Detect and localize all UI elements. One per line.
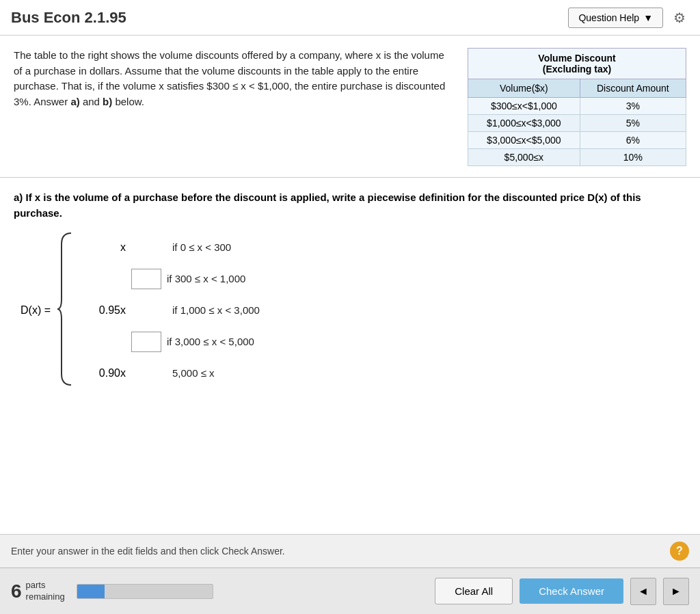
case-row: 0.95x if 1,000 ≤ x < 3,000: [85, 295, 260, 326]
case-condition: if 1,000 ≤ x < 3,000: [172, 304, 260, 316]
gear-icon[interactable]: ⚙: [670, 8, 689, 27]
page-title: Bus Econ 2.1.95: [11, 9, 126, 27]
case-row: if 3,000 ≤ x < 5,000: [85, 326, 260, 358]
question-label: a) If x is the volume of a purchase befo…: [14, 190, 686, 221]
case-condition: if 300 ≤ x < 1,000: [167, 273, 245, 284]
footer-bar: 6 partsremaining Clear All Check Answer …: [0, 568, 700, 614]
volume-cell: $5,000≤x: [468, 149, 580, 166]
case-condition: if 0 ≤ x < 300: [172, 241, 231, 253]
piecewise-container: D(x) = x if 0 ≤ x < 300 if 300 ≤ x < 1,0…: [21, 230, 686, 390]
volume-cell: $300≤x<$1,000: [468, 98, 580, 115]
volume-cell: $1,000≤x<$3,000: [468, 115, 580, 132]
table-col1-header: Volume($x): [468, 79, 580, 98]
question-help-button[interactable]: Question Help ▼: [568, 8, 663, 28]
parts-remaining: 6 partsremaining: [11, 580, 66, 603]
problem-section: The table to the right shows the volume …: [0, 36, 700, 178]
case-value: 0.95x: [85, 304, 126, 317]
table-col2-header: Discount Amount: [580, 79, 686, 98]
progress-bar: [77, 584, 213, 599]
footer-buttons: Clear All Check Answer ◄ ►: [435, 578, 689, 605]
discount-cell: 6%: [580, 132, 686, 149]
table-row: $5,000≤x10%: [468, 149, 686, 166]
next-button[interactable]: ►: [663, 578, 689, 605]
case-row: x if 0 ≤ x < 300: [85, 232, 260, 263]
case-value: [85, 336, 126, 348]
question-help-label: Question Help: [578, 12, 639, 23]
header-right: Question Help ▼ ⚙: [568, 8, 689, 28]
case-value: 0.90x: [85, 367, 126, 379]
discount-cell: 10%: [580, 149, 686, 166]
cases-rows: x if 0 ≤ x < 300 if 300 ≤ x < 1,000 0.95…: [85, 232, 260, 389]
case-condition: if 3,000 ≤ x < 5,000: [167, 336, 254, 347]
answer-section: a) If x is the volume of a purchase befo…: [0, 178, 700, 534]
dropdown-arrow-icon: ▼: [643, 12, 653, 23]
case-row: 0.90x 5,000 ≤ x: [85, 358, 260, 389]
case-value: x: [85, 241, 126, 254]
progress-bar-fill: [77, 585, 105, 598]
volume-discount-table-container: Volume Discount (Excluding tax) Volume($…: [468, 48, 686, 166]
case-input-1[interactable]: [131, 269, 161, 289]
case-value: [85, 273, 126, 285]
main-content: The table to the right shows the volume …: [0, 36, 700, 534]
parts-text: partsremaining: [26, 580, 65, 603]
case-input-3[interactable]: [131, 332, 161, 352]
header: Bus Econ 2.1.95 Question Help ▼ ⚙: [0, 0, 700, 36]
problem-text-content: The table to the right shows the volume …: [14, 49, 445, 107]
prev-button[interactable]: ◄: [630, 578, 656, 605]
discount-cell: 5%: [580, 115, 686, 132]
table-row: $300≤x<$1,0003%: [468, 98, 686, 115]
brace-container: [56, 230, 74, 390]
parts-number: 6: [11, 580, 22, 602]
check-answer-button[interactable]: Check Answer: [520, 578, 623, 604]
status-bar: Enter your answer in the edit fields and…: [0, 534, 700, 568]
status-text: Enter your answer in the edit fields and…: [11, 546, 285, 557]
discount-cell: 3%: [580, 98, 686, 115]
clear-all-button[interactable]: Clear All: [435, 578, 513, 604]
volume-discount-table: Volume Discount (Excluding tax) Volume($…: [468, 48, 686, 166]
dx-label: D(x) =: [21, 304, 51, 317]
help-button[interactable]: ?: [670, 542, 689, 561]
case-condition: 5,000 ≤ x: [172, 367, 215, 379]
problem-text: The table to the right shows the volume …: [14, 48, 451, 166]
table-title: Volume Discount (Excluding tax): [468, 49, 686, 79]
table-row: $1,000≤x<$3,0005%: [468, 115, 686, 132]
left-brace-icon: [56, 230, 74, 388]
case-row: if 300 ≤ x < 1,000: [85, 263, 260, 295]
volume-cell: $3,000≤x<$5,000: [468, 132, 580, 149]
table-row: $3,000≤x<$5,0006%: [468, 132, 686, 149]
